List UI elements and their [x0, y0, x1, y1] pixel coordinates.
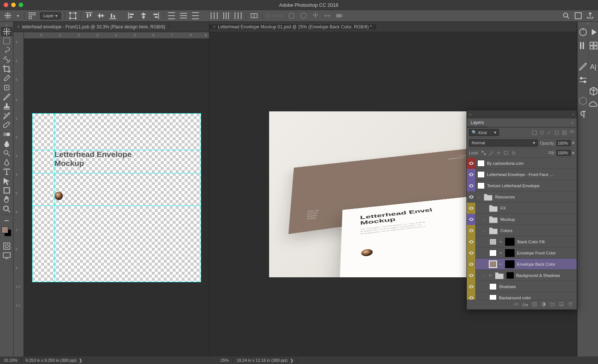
layer-mask-thumb[interactable] — [506, 272, 514, 279]
panel-collapse-icon[interactable]: ‹‹ — [572, 112, 574, 116]
guide[interactable] — [32, 113, 33, 282]
lasso-tool[interactable] — [1, 46, 13, 55]
ruler-vertical[interactable]: 3 4 5 0 1 2 3 4 5 6 7 8 9 1 0 1 — [13, 39, 24, 357]
layer-name-label[interactable]: Colors — [500, 228, 512, 233]
layer-thumbnail[interactable] — [489, 294, 497, 300]
share-icon[interactable] — [586, 12, 594, 20]
folder-arrow-icon[interactable]: › — [483, 218, 486, 221]
layer-name-label[interactable]: Stack Color Fill — [517, 240, 545, 244]
toolbox-collapse-icon[interactable]: ›› — [1, 23, 13, 27]
layer-visibility-icon[interactable] — [467, 169, 476, 180]
filter-type-icon[interactable]: T — [547, 130, 552, 135]
new-layer-icon[interactable] — [559, 302, 564, 308]
layer-name-label[interactable]: Resources — [495, 195, 515, 199]
layer-row[interactable]: Background color — [467, 292, 577, 300]
layer-row[interactable]: Stack Color Fill — [467, 236, 577, 247]
layer-thumbnail[interactable] — [477, 171, 485, 178]
layer-visibility-icon[interactable] — [467, 180, 476, 191]
pen-tool[interactable] — [1, 158, 13, 167]
path-select-tool[interactable] — [1, 176, 13, 186]
distribute-top-icon[interactable] — [167, 12, 176, 20]
adjustments-icon[interactable] — [578, 75, 588, 85]
layer-name-label[interactable]: Background color — [499, 296, 531, 300]
layer-mask-thumb[interactable] — [505, 260, 515, 268]
layer-visibility-icon[interactable] — [467, 191, 476, 203]
distribute-hcenter-icon[interactable] — [222, 12, 230, 20]
layer-row[interactable]: Letterhead Envelope - Front Face ... — [467, 169, 577, 180]
move-options-chevron[interactable]: ▾ — [16, 12, 20, 20]
link-layers-icon[interactable] — [514, 302, 519, 308]
move-tool-icon[interactable] — [4, 12, 12, 20]
filter-toggle[interactable] — [569, 130, 574, 133]
layer-row[interactable]: Envelope Front Color — [467, 247, 577, 259]
filter-pixel-icon[interactable] — [532, 130, 537, 135]
layer-name-label[interactable]: Envelope Front Color — [517, 251, 556, 255]
hand-tool[interactable] — [1, 195, 13, 204]
opacity-input[interactable] — [557, 140, 571, 146]
auto-select-dropdown[interactable]: Layer▾ — [40, 12, 61, 19]
cloud-icon[interactable] — [588, 99, 598, 110]
document-tab[interactable]: × letterhead envelope - Front11.psb @ 33… — [13, 24, 169, 30]
layer-visibility-icon[interactable] — [467, 292, 476, 300]
guide[interactable] — [201, 113, 201, 282]
fill-input[interactable] — [557, 150, 571, 156]
layer-row[interactable]: By carlosviloria.com — [467, 158, 577, 169]
auto-select-icon[interactable] — [28, 12, 36, 20]
guide[interactable] — [54, 113, 55, 282]
layer-row[interactable]: ›Mockup — [467, 214, 577, 225]
link-icon[interactable] — [499, 240, 503, 244]
arrange-docs-icon[interactable] — [574, 12, 582, 20]
ruler-horizontal[interactable]: 0 1 2 3 4 5 6 7 8 9 — [13, 32, 209, 39]
folder-arrow-icon[interactable]: ⌄ — [483, 229, 486, 232]
color-swatches[interactable] — [0, 225, 13, 241]
crop-tool[interactable] — [1, 64, 13, 74]
filter-smart-icon[interactable] — [562, 130, 567, 135]
maximize-button[interactable] — [19, 3, 23, 7]
tab-close-icon[interactable]: × — [17, 24, 20, 30]
filter-adjustment-icon[interactable] — [539, 130, 545, 135]
marquee-tool[interactable] — [1, 36, 13, 46]
status-zoom-right[interactable]: 25% — [217, 358, 233, 363]
fx-icon[interactable]: fx▾ — [523, 302, 528, 308]
group-icon[interactable] — [550, 302, 555, 308]
layer-row[interactable]: ›FX — [467, 203, 577, 214]
layer-thumbnail[interactable] — [489, 283, 497, 290]
filter-kind-dropdown[interactable]: 🔍Kind▾ — [469, 129, 499, 136]
move-tool[interactable] — [1, 27, 13, 36]
quickmask-icon[interactable] — [1, 241, 13, 251]
layer-thumbnail[interactable] — [477, 182, 485, 189]
align-right-icon[interactable] — [151, 12, 160, 20]
screenmode-icon[interactable] — [1, 251, 13, 260]
gradient-tool[interactable] — [1, 130, 13, 139]
layer-visibility-icon[interactable] — [467, 281, 476, 292]
panel-menu-icon[interactable]: ≡ — [571, 121, 577, 125]
guide[interactable] — [32, 282, 201, 282]
layer-row[interactable]: Envelope Back Color — [467, 259, 577, 270]
layer-visibility-icon[interactable] — [467, 247, 476, 259]
eraser-tool[interactable] — [1, 120, 13, 130]
canvas-view-left[interactable]: Letterhead Envelope Mockup ·············… — [24, 39, 209, 357]
panel-close-icon[interactable]: × — [469, 112, 471, 117]
layer-thumbnail[interactable] — [489, 250, 497, 256]
lock-position-icon[interactable] — [496, 150, 501, 155]
fill-chevron[interactable]: ▾ — [572, 151, 574, 155]
swatches-panel-icon[interactable] — [588, 40, 598, 51]
layer-name-label[interactable]: FX — [500, 206, 506, 210]
shape-tool[interactable] — [1, 186, 13, 195]
layers-tab[interactable]: Layers — [467, 118, 488, 127]
brush-tool[interactable] — [1, 92, 13, 102]
layer-row[interactable]: ⌄Resources — [467, 191, 577, 203]
lock-artboard-icon[interactable] — [503, 150, 509, 155]
blend-mode-dropdown[interactable]: Normal ▾ — [469, 139, 538, 146]
guide[interactable] — [32, 206, 201, 206]
folder-arrow-icon[interactable]: ⌄ — [477, 195, 481, 199]
layer-row[interactable]: ⌄Colors — [467, 225, 577, 236]
align-bottom-icon[interactable] — [109, 12, 117, 20]
3d-panel-icon[interactable] — [578, 96, 588, 106]
adjustment-layer-icon[interactable] — [541, 302, 546, 308]
layer-thumbnail[interactable] — [477, 160, 485, 167]
layer-visibility-icon[interactable] — [467, 158, 476, 169]
lock-all-icon[interactable] — [511, 150, 516, 155]
layer-mask-thumb[interactable] — [505, 238, 515, 246]
layer-visibility-icon[interactable] — [467, 203, 476, 214]
